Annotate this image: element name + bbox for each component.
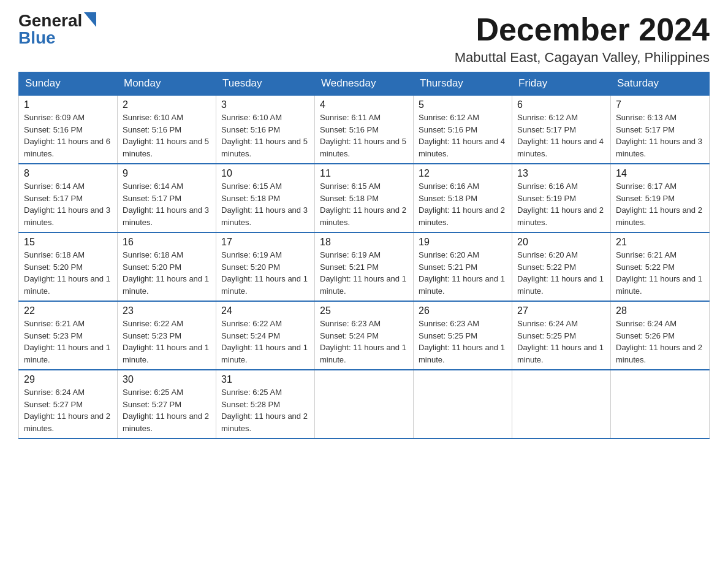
calendar-cell: 6Sunrise: 6:12 AMSunset: 5:17 PMDaylight… bbox=[512, 95, 611, 164]
calendar-cell: 19Sunrise: 6:20 AMSunset: 5:21 PMDayligh… bbox=[414, 232, 512, 301]
day-info: Sunrise: 6:23 AMSunset: 5:24 PMDaylight:… bbox=[320, 318, 408, 366]
calendar-cell: 24Sunrise: 6:22 AMSunset: 5:24 PMDayligh… bbox=[216, 301, 315, 370]
day-info: Sunrise: 6:22 AMSunset: 5:24 PMDaylight:… bbox=[221, 318, 309, 366]
calendar-cell: 27Sunrise: 6:24 AMSunset: 5:25 PMDayligh… bbox=[512, 301, 611, 370]
day-info: Sunrise: 6:12 AMSunset: 5:16 PMDaylight:… bbox=[419, 112, 507, 159]
day-info: Sunrise: 6:24 AMSunset: 5:25 PMDaylight:… bbox=[517, 318, 605, 366]
calendar-header-saturday: Saturday bbox=[611, 72, 710, 96]
calendar-week-row-5: 29Sunrise: 6:24 AMSunset: 5:27 PMDayligh… bbox=[19, 370, 710, 439]
day-number: 19 bbox=[419, 237, 507, 248]
day-info: Sunrise: 6:20 AMSunset: 5:22 PMDaylight:… bbox=[517, 249, 605, 297]
day-info: Sunrise: 6:22 AMSunset: 5:23 PMDaylight:… bbox=[123, 318, 211, 366]
calendar-cell bbox=[414, 370, 512, 439]
day-number: 8 bbox=[24, 168, 112, 179]
logo-icon bbox=[84, 12, 96, 27]
calendar-header-monday: Monday bbox=[118, 72, 216, 96]
day-info: Sunrise: 6:16 AMSunset: 5:19 PMDaylight:… bbox=[517, 180, 605, 228]
day-info: Sunrise: 6:13 AMSunset: 5:17 PMDaylight:… bbox=[616, 112, 704, 159]
day-number: 12 bbox=[419, 168, 507, 179]
calendar-cell: 16Sunrise: 6:18 AMSunset: 5:20 PMDayligh… bbox=[118, 232, 216, 301]
day-info: Sunrise: 6:19 AMSunset: 5:20 PMDaylight:… bbox=[221, 249, 309, 297]
calendar-cell: 30Sunrise: 6:25 AMSunset: 5:27 PMDayligh… bbox=[118, 370, 216, 439]
calendar-cell bbox=[512, 370, 611, 439]
calendar-cell bbox=[611, 370, 710, 439]
svg-marker-0 bbox=[84, 12, 96, 27]
day-info: Sunrise: 6:16 AMSunset: 5:18 PMDaylight:… bbox=[419, 180, 507, 228]
calendar-cell: 7Sunrise: 6:13 AMSunset: 5:17 PMDaylight… bbox=[611, 95, 710, 164]
calendar-cell: 29Sunrise: 6:24 AMSunset: 5:27 PMDayligh… bbox=[19, 370, 118, 439]
calendar-cell: 15Sunrise: 6:18 AMSunset: 5:20 PMDayligh… bbox=[19, 232, 118, 301]
day-number: 2 bbox=[123, 99, 211, 110]
calendar-cell: 10Sunrise: 6:15 AMSunset: 5:18 PMDayligh… bbox=[216, 164, 315, 232]
day-number: 4 bbox=[320, 99, 408, 110]
title-section: December 2024 Mabuttal East, Cagayan Val… bbox=[455, 12, 710, 66]
calendar-cell: 14Sunrise: 6:17 AMSunset: 5:19 PMDayligh… bbox=[611, 164, 710, 232]
day-info: Sunrise: 6:17 AMSunset: 5:19 PMDaylight:… bbox=[616, 180, 704, 228]
calendar-cell: 25Sunrise: 6:23 AMSunset: 5:24 PMDayligh… bbox=[315, 301, 414, 370]
day-number: 18 bbox=[320, 237, 408, 248]
day-info: Sunrise: 6:25 AMSunset: 5:28 PMDaylight:… bbox=[221, 386, 309, 434]
calendar-week-row-4: 22Sunrise: 6:21 AMSunset: 5:23 PMDayligh… bbox=[19, 301, 710, 370]
day-info: Sunrise: 6:20 AMSunset: 5:21 PMDaylight:… bbox=[419, 249, 507, 297]
day-number: 13 bbox=[517, 168, 605, 179]
day-number: 5 bbox=[419, 99, 507, 110]
day-info: Sunrise: 6:21 AMSunset: 5:23 PMDaylight:… bbox=[24, 318, 112, 366]
logo-general-text: General bbox=[18, 12, 82, 29]
location: Mabuttal East, Cagayan Valley, Philippin… bbox=[455, 50, 710, 66]
day-info: Sunrise: 6:11 AMSunset: 5:16 PMDaylight:… bbox=[320, 112, 408, 159]
day-number: 25 bbox=[320, 305, 408, 316]
calendar-cell: 21Sunrise: 6:21 AMSunset: 5:22 PMDayligh… bbox=[611, 232, 710, 301]
day-info: Sunrise: 6:10 AMSunset: 5:16 PMDaylight:… bbox=[221, 112, 309, 159]
day-number: 20 bbox=[517, 237, 605, 248]
day-number: 24 bbox=[221, 305, 309, 316]
day-info: Sunrise: 6:25 AMSunset: 5:27 PMDaylight:… bbox=[123, 386, 211, 434]
day-info: Sunrise: 6:24 AMSunset: 5:27 PMDaylight:… bbox=[24, 386, 112, 434]
day-info: Sunrise: 6:14 AMSunset: 5:17 PMDaylight:… bbox=[24, 180, 112, 228]
calendar-cell: 4Sunrise: 6:11 AMSunset: 5:16 PMDaylight… bbox=[315, 95, 414, 164]
day-number: 28 bbox=[616, 305, 704, 316]
day-info: Sunrise: 6:21 AMSunset: 5:22 PMDaylight:… bbox=[616, 249, 704, 297]
day-number: 11 bbox=[320, 168, 408, 179]
calendar-cell: 18Sunrise: 6:19 AMSunset: 5:21 PMDayligh… bbox=[315, 232, 414, 301]
calendar-cell: 20Sunrise: 6:20 AMSunset: 5:22 PMDayligh… bbox=[512, 232, 611, 301]
day-info: Sunrise: 6:14 AMSunset: 5:17 PMDaylight:… bbox=[123, 180, 211, 228]
calendar-cell: 5Sunrise: 6:12 AMSunset: 5:16 PMDaylight… bbox=[414, 95, 512, 164]
day-number: 29 bbox=[24, 374, 112, 385]
calendar-header-row: SundayMondayTuesdayWednesdayThursdayFrid… bbox=[19, 72, 710, 96]
calendar-cell: 31Sunrise: 6:25 AMSunset: 5:28 PMDayligh… bbox=[216, 370, 315, 439]
calendar-cell: 17Sunrise: 6:19 AMSunset: 5:20 PMDayligh… bbox=[216, 232, 315, 301]
day-number: 31 bbox=[221, 374, 309, 385]
day-info: Sunrise: 6:18 AMSunset: 5:20 PMDaylight:… bbox=[24, 249, 112, 297]
day-info: Sunrise: 6:15 AMSunset: 5:18 PMDaylight:… bbox=[320, 180, 408, 228]
day-number: 23 bbox=[123, 305, 211, 316]
calendar-header-friday: Friday bbox=[512, 72, 611, 96]
day-number: 1 bbox=[24, 99, 112, 110]
calendar-header-thursday: Thursday bbox=[414, 72, 512, 96]
day-number: 30 bbox=[123, 374, 211, 385]
day-number: 27 bbox=[517, 305, 605, 316]
day-number: 15 bbox=[24, 237, 112, 248]
calendar-cell bbox=[315, 370, 414, 439]
day-number: 9 bbox=[123, 168, 211, 179]
calendar-header-tuesday: Tuesday bbox=[216, 72, 315, 96]
calendar-header-sunday: Sunday bbox=[19, 72, 118, 96]
calendar-cell: 1Sunrise: 6:09 AMSunset: 5:16 PMDaylight… bbox=[19, 95, 118, 164]
day-number: 14 bbox=[616, 168, 704, 179]
day-number: 26 bbox=[419, 305, 507, 316]
calendar-cell: 9Sunrise: 6:14 AMSunset: 5:17 PMDaylight… bbox=[118, 164, 216, 232]
day-number: 6 bbox=[517, 99, 605, 110]
calendar-cell: 8Sunrise: 6:14 AMSunset: 5:17 PMDaylight… bbox=[19, 164, 118, 232]
month-title: December 2024 bbox=[455, 12, 710, 47]
logo: General Blue bbox=[18, 12, 96, 47]
day-number: 7 bbox=[616, 99, 704, 110]
calendar-cell: 22Sunrise: 6:21 AMSunset: 5:23 PMDayligh… bbox=[19, 301, 118, 370]
day-number: 21 bbox=[616, 237, 704, 248]
day-info: Sunrise: 6:10 AMSunset: 5:16 PMDaylight:… bbox=[123, 112, 211, 159]
calendar-table: SundayMondayTuesdayWednesdayThursdayFrid… bbox=[18, 72, 710, 439]
calendar-week-row-2: 8Sunrise: 6:14 AMSunset: 5:17 PMDaylight… bbox=[19, 164, 710, 232]
calendar-cell: 23Sunrise: 6:22 AMSunset: 5:23 PMDayligh… bbox=[118, 301, 216, 370]
day-number: 16 bbox=[123, 237, 211, 248]
page-header: General Blue December 2024 Mabuttal East… bbox=[18, 12, 710, 66]
day-number: 22 bbox=[24, 305, 112, 316]
calendar-cell: 11Sunrise: 6:15 AMSunset: 5:18 PMDayligh… bbox=[315, 164, 414, 232]
